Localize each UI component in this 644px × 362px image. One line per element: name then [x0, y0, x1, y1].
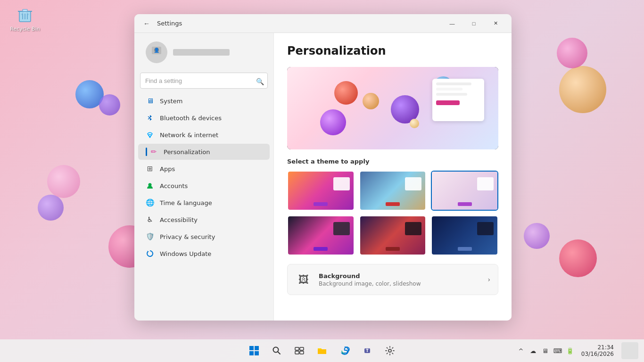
- svg-point-4: [149, 137, 151, 138]
- theme-3-window: [477, 177, 494, 190]
- svg-rect-12: [300, 347, 304, 350]
- user-name-placeholder: [173, 49, 230, 56]
- search-input[interactable]: [140, 73, 268, 89]
- system-icon: 🖥: [146, 97, 154, 105]
- clock-area[interactable]: 21:34 03/16/2026: [578, 344, 618, 357]
- theme-4-bg: [288, 216, 354, 255]
- search-button[interactable]: 🔍: [256, 78, 264, 85]
- background-subtitle: Background image, color, slideshow: [319, 280, 487, 287]
- decor-sphere-5: [47, 165, 80, 198]
- background-text: Background Background image, color, slid…: [319, 272, 487, 287]
- theme-2-bg: [360, 172, 426, 210]
- recycle-bin-icon: [16, 6, 34, 25]
- nav-personalization[interactable]: ✏️ Personalization: [138, 144, 270, 160]
- theme-5-bg: [360, 216, 426, 255]
- start-button[interactable]: [244, 340, 264, 361]
- settings-button[interactable]: [380, 340, 400, 361]
- preview-mock-window: [432, 79, 484, 121]
- taskbar-center: T: [244, 340, 400, 361]
- svg-point-17: [388, 349, 391, 352]
- theme-card-5[interactable]: [359, 215, 427, 255]
- nav-accounts-label: Accounts: [160, 182, 188, 189]
- theme-2-window: [405, 177, 421, 190]
- nav-apps[interactable]: ⊞ Apps: [138, 161, 270, 177]
- theme-card-4[interactable]: [287, 215, 355, 255]
- nav-accounts[interactable]: Accounts: [138, 178, 270, 194]
- taskbar-search-button[interactable]: [266, 340, 287, 361]
- main-content: Personalization: [273, 33, 512, 321]
- maximize-button[interactable]: □: [463, 16, 484, 31]
- nav-personalization-label: Personalization: [164, 148, 210, 156]
- window-controls: — □ ✕: [442, 16, 506, 31]
- personalization-icon: ✏️: [149, 148, 158, 156]
- decor-sphere-9: [524, 223, 550, 249]
- theme-2-bar: [386, 202, 400, 206]
- theme-1-bg: [288, 172, 354, 210]
- accessibility-icon: ♿: [146, 215, 154, 224]
- themes-grid: [287, 171, 498, 255]
- svg-rect-9: [255, 351, 259, 355]
- accounts-icon: [146, 181, 154, 190]
- svg-rect-13: [295, 351, 299, 354]
- svg-rect-7: [255, 346, 259, 350]
- theme-1-bar: [314, 202, 328, 206]
- minimize-button[interactable]: —: [442, 16, 462, 31]
- recycle-bin-label: Recycle Bin: [10, 26, 40, 32]
- svg-text:T: T: [366, 349, 369, 353]
- nav-update-label: Windows Update: [160, 250, 211, 257]
- svg-text:👤: 👤: [154, 47, 160, 53]
- user-profile[interactable]: 👤: [138, 38, 270, 71]
- taskbar-right: ^ ☁ 🖥 ⌨ 🔋 21:34 03/16/2026: [515, 342, 638, 359]
- nav-accessibility[interactable]: ♿ Accessibility: [138, 212, 270, 228]
- svg-rect-6: [249, 346, 254, 350]
- tray-battery-icon[interactable]: 🔋: [564, 345, 576, 356]
- decor-sphere-7: [557, 38, 587, 68]
- title-bar: ← Settings — □ ✕: [134, 14, 512, 33]
- nav-accessibility-label: Accessibility: [160, 216, 198, 223]
- file-explorer-button[interactable]: [312, 340, 332, 361]
- apps-icon: ⊞: [146, 165, 154, 173]
- tray-keyboard-icon[interactable]: ⌨: [552, 345, 563, 356]
- nav-bluetooth-label: Bluetooth & devices: [160, 115, 222, 122]
- nav-time[interactable]: 🌐 Time & language: [138, 195, 270, 211]
- theme-card-2[interactable]: [359, 171, 427, 211]
- avatar: 👤: [146, 41, 167, 63]
- close-button[interactable]: ✕: [485, 16, 506, 31]
- theme-card-1[interactable]: [287, 171, 355, 211]
- nav-privacy[interactable]: 🛡️ Privacy & security: [138, 229, 270, 245]
- decor-sphere-8: [559, 239, 597, 277]
- tray-display-icon[interactable]: 🖥: [540, 345, 551, 356]
- nav-network[interactable]: Network & internet: [138, 127, 270, 143]
- task-view-button[interactable]: [289, 340, 310, 361]
- theme-card-6[interactable]: [431, 215, 498, 255]
- theme-5-bar: [386, 247, 400, 251]
- tray-onedrive-icon[interactable]: ☁: [528, 345, 539, 356]
- background-section[interactable]: 🖼 Background Background image, color, sl…: [287, 264, 498, 295]
- nav-update[interactable]: Windows Update: [138, 246, 270, 262]
- svg-rect-14: [300, 351, 304, 354]
- theme-5-window: [405, 222, 421, 235]
- tray-chevron-icon[interactable]: ^: [515, 345, 527, 356]
- nav-system[interactable]: 🖥 System: [138, 93, 270, 109]
- teams-button[interactable]: T: [357, 340, 378, 361]
- theme-card-3[interactable]: [431, 171, 498, 211]
- privacy-icon: 🛡️: [146, 232, 154, 241]
- theme-section-label: Select a theme to apply: [287, 158, 498, 165]
- edge-button[interactable]: [334, 340, 355, 361]
- preview-wallpaper: [287, 67, 498, 149]
- theme-3-bar: [458, 202, 472, 206]
- recycle-bin[interactable]: Recycle Bin: [8, 6, 41, 32]
- sys-tray: ^ ☁ 🖥 ⌨ 🔋: [515, 345, 576, 356]
- nav-bluetooth[interactable]: Bluetooth & devices: [138, 110, 270, 126]
- notification-button[interactable]: [621, 342, 638, 359]
- decor-sphere-6: [559, 66, 606, 113]
- background-chevron-icon: ›: [487, 276, 490, 283]
- decor-sphere-1: [75, 80, 104, 108]
- desktop: Recycle Bin ← Settings — □ ✕: [0, 0, 644, 362]
- back-button[interactable]: ←: [140, 17, 153, 30]
- nav-network-label: Network & internet: [160, 132, 218, 139]
- settings-window: ← Settings — □ ✕ 👤: [134, 14, 512, 321]
- clock-time: 21:34: [597, 344, 614, 351]
- active-indicator: [146, 148, 147, 156]
- nav-system-label: System: [160, 98, 182, 105]
